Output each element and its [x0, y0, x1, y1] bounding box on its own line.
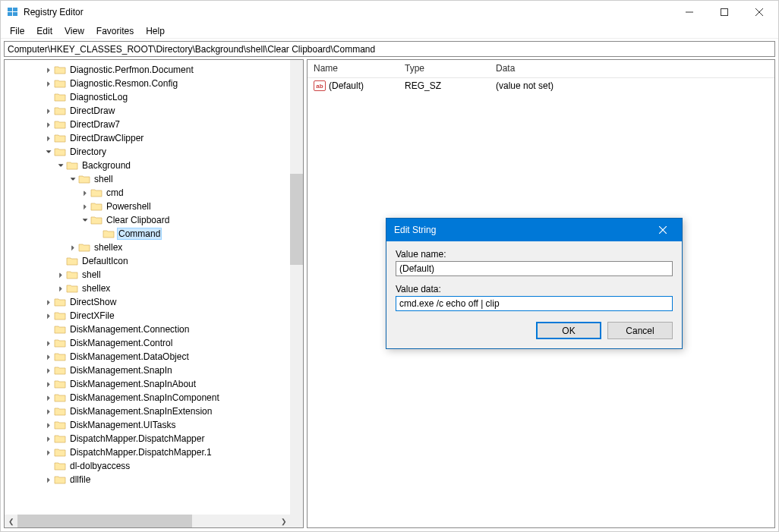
maximize-button[interactable] [707, 1, 742, 24]
folder-icon [54, 392, 66, 403]
tree-item[interactable]: ⏵DiskManagement.DataObject [5, 350, 303, 364]
column-type[interactable]: Type [399, 60, 490, 77]
column-data[interactable]: Data [490, 60, 774, 77]
horizontal-scrollbar[interactable]: ❮ ❯ [5, 515, 290, 527]
menu-favorites[interactable]: Favorites [90, 24, 140, 38]
chevron-right-icon[interactable]: ⏵ [44, 298, 53, 306]
value-name-input[interactable] [396, 261, 673, 276]
tree-item[interactable]: ⏵shellex [5, 241, 303, 254]
menu-help[interactable]: Help [140, 24, 171, 38]
tree-item[interactable]: ⏵DispatchMapper.DispatchMapper.1 [5, 445, 303, 459]
menu-edit[interactable]: Edit [30, 24, 58, 38]
tree-item[interactable]: ⏵DiskManagement.SnapIn [5, 364, 303, 377]
tree-item-label: DiskManagement.UITasks [68, 420, 177, 430]
chevron-right-icon[interactable]: ⏵ [44, 476, 53, 483]
tree-item[interactable]: ⏵DiskManagement.Control [5, 336, 303, 350]
menu-file[interactable]: File [4, 24, 30, 38]
scroll-left-button[interactable]: ❮ [5, 515, 17, 527]
tree-item[interactable]: ⏷Clear Clipboard [5, 213, 303, 227]
tree-item[interactable]: ⏵DirectShow [5, 295, 303, 309]
tree-pane: ⏵Diagnostic.Perfmon.Document⏵Diagnostic.… [4, 59, 304, 528]
address-bar[interactable]: Computer\HKEY_CLASSES_ROOT\Directory\Bac… [4, 41, 775, 57]
tree-item-label: DiskManagement.SnapInComponent [68, 392, 221, 403]
tree-item[interactable]: ⏵DirectDrawClipper [5, 131, 303, 145]
tree-item[interactable]: DiskManagement.Connection [5, 323, 303, 336]
tree-item[interactable]: ⏵DirectDraw [5, 104, 303, 118]
chevron-right-icon[interactable]: ⏵ [44, 394, 53, 401]
tree-item[interactable]: Command [5, 227, 303, 241]
tree-item[interactable]: ⏵Diagnostic.Resmon.Config [5, 77, 303, 90]
tree-body[interactable]: ⏵Diagnostic.Perfmon.Document⏵Diagnostic.… [5, 60, 303, 527]
tree-item[interactable]: ⏵dllfile [5, 473, 303, 486]
tree-item[interactable]: dl-dolbyaccess [5, 459, 303, 473]
tree-item[interactable]: ⏵DispatchMapper.DispatchMapper [5, 432, 303, 445]
chevron-down-icon[interactable]: ⏷ [56, 162, 65, 169]
cancel-button[interactable]: Cancel [607, 322, 673, 339]
chevron-right-icon[interactable]: ⏵ [44, 449, 53, 456]
tree-item[interactable]: ⏵Diagnostic.Perfmon.Document [5, 63, 303, 77]
scroll-right-button[interactable]: ❯ [277, 515, 290, 527]
list-row[interactable]: ab (Default) REG_SZ (value not set) [308, 78, 774, 93]
svg-rect-0 [8, 8, 12, 11]
tree-item[interactable]: ⏵cmd [5, 186, 303, 200]
ok-button[interactable]: OK [536, 322, 601, 339]
vertical-scrollbar-thumb[interactable] [290, 174, 303, 265]
tree-item[interactable]: DefaultIcon [5, 254, 303, 268]
chevron-right-icon[interactable]: ⏵ [44, 435, 53, 442]
chevron-right-icon[interactable]: ⏵ [44, 421, 53, 429]
folder-icon [54, 133, 66, 143]
tree-item[interactable]: ⏵DirectXFile [5, 309, 303, 323]
tree-item-label: Clear Clipboard [105, 215, 171, 225]
chevron-right-icon[interactable]: ⏵ [56, 285, 65, 292]
value-data-input[interactable] [396, 296, 673, 311]
chevron-right-icon[interactable]: ⏵ [44, 367, 53, 374]
chevron-right-icon[interactable]: ⏵ [80, 203, 90, 210]
tree-item[interactable]: ⏵DiskManagement.SnapInExtension [5, 405, 303, 418]
chevron-right-icon[interactable]: ⏵ [80, 189, 90, 197]
chevron-right-icon[interactable]: ⏵ [44, 353, 53, 360]
tree-item[interactable]: ⏵Powershell [5, 200, 303, 213]
tree-item[interactable]: ⏵DirectDraw7 [5, 118, 303, 131]
tree-item-label: DefaultIcon [80, 256, 130, 266]
tree-item-label: Diagnostic.Resmon.Config [68, 78, 179, 89]
vertical-scrollbar[interactable] [290, 60, 303, 515]
chevron-down-icon[interactable]: ⏷ [68, 175, 77, 183]
tree-item[interactable]: ⏵DiskManagement.SnapInAbout [5, 377, 303, 391]
chevron-right-icon[interactable]: ⏵ [44, 121, 53, 128]
folder-icon [66, 256, 78, 266]
chevron-right-icon[interactable]: ⏵ [56, 271, 65, 279]
tree-item-label: DiagnosticLog [68, 92, 129, 102]
dialog-titlebar[interactable]: Edit String [386, 219, 682, 241]
chevron-down-icon[interactable]: ⏷ [80, 216, 90, 224]
tree-item[interactable]: ⏷shell [5, 172, 303, 186]
menu-view[interactable]: View [58, 24, 90, 38]
chevron-right-icon[interactable]: ⏵ [44, 380, 53, 388]
app-icon [7, 6, 19, 18]
folder-icon [54, 474, 66, 485]
chevron-right-icon[interactable]: ⏵ [44, 339, 53, 347]
chevron-right-icon[interactable]: ⏵ [68, 244, 77, 251]
dialog-button-row: OK Cancel [396, 322, 673, 339]
folder-icon [90, 215, 102, 225]
chevron-right-icon[interactable]: ⏵ [44, 408, 53, 415]
chevron-right-icon[interactable]: ⏵ [44, 107, 53, 115]
tree-item-label: Powershell [105, 201, 153, 212]
minimize-button[interactable] [672, 1, 707, 24]
tree-item[interactable]: ⏷Background [5, 159, 303, 172]
dialog-close-button[interactable] [651, 219, 674, 241]
tree-item-label: DispatchMapper.DispatchMapper.1 [68, 447, 213, 458]
tree-item[interactable]: ⏵DiskManagement.UITasks [5, 418, 303, 432]
chevron-right-icon[interactable]: ⏵ [44, 80, 53, 87]
horizontal-scrollbar-thumb[interactable] [17, 515, 192, 527]
chevron-right-icon[interactable]: ⏵ [44, 312, 53, 320]
tree-item[interactable]: ⏵DiskManagement.SnapInComponent [5, 391, 303, 405]
tree-item[interactable]: ⏵shellex [5, 282, 303, 295]
chevron-right-icon[interactable]: ⏵ [44, 66, 53, 74]
tree-item[interactable]: ⏷Directory [5, 145, 303, 159]
tree-item[interactable]: DiagnosticLog [5, 90, 303, 104]
chevron-right-icon[interactable]: ⏵ [44, 134, 53, 142]
close-button[interactable] [742, 1, 777, 24]
column-name[interactable]: Name [308, 60, 399, 77]
chevron-down-icon[interactable]: ⏷ [44, 148, 53, 156]
tree-item[interactable]: ⏵shell [5, 268, 303, 282]
